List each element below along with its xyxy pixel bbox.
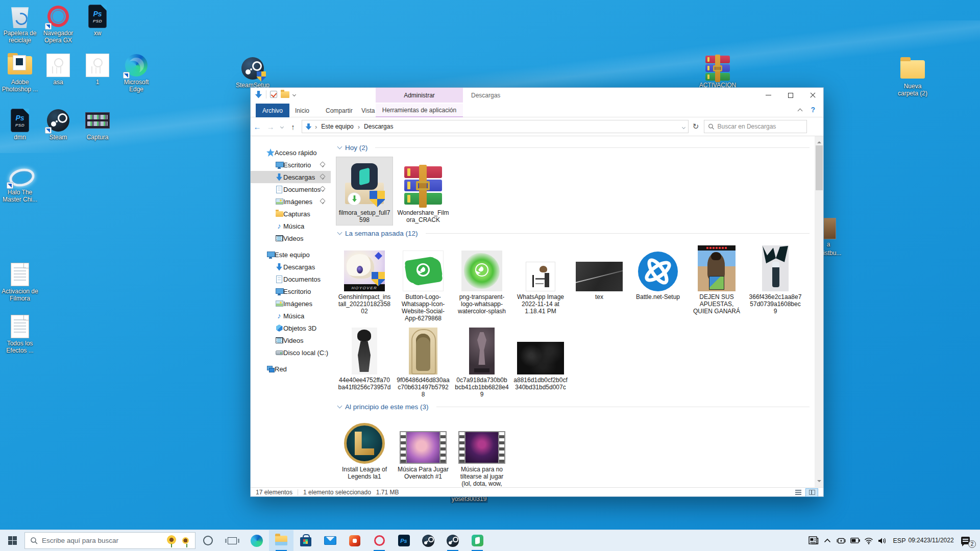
breadcrumb-this-pc[interactable]: Este equipo — [320, 122, 354, 131]
tray-expand-button[interactable] — [821, 530, 834, 551]
scroll-down-icon[interactable] — [817, 480, 821, 484]
properties-icon[interactable] — [270, 91, 277, 98]
scrollbar-thumb[interactable] — [816, 145, 823, 190]
desktop-icon-microsoft-edge[interactable]: Microsoft Edge — [116, 53, 156, 93]
group-header-principio-mes[interactable]: Al principio de este mes (3) — [338, 402, 810, 412]
sidebar-item-pc-documentos[interactable]: Documentos — [251, 273, 331, 285]
tray-display-button[interactable] — [835, 530, 847, 551]
taskbar-explorer[interactable] — [269, 530, 293, 551]
tray-wifi-button[interactable] — [863, 530, 875, 551]
maximize-button[interactable] — [779, 88, 801, 103]
sidebar-item-musica[interactable]: ♪Música — [251, 220, 331, 232]
address-bar[interactable]: › Este equipo › Descargas — [302, 120, 689, 133]
sidebar-item-pc-escritorio[interactable]: Escritorio — [251, 285, 331, 297]
file-item-musica-overwatch[interactable]: Música Para Jugar Overwatch #1 — [395, 421, 452, 482]
sidebar-network[interactable]: Red — [251, 363, 331, 375]
desktop-icon-todos-los-efectos[interactable]: Todos los Efectos ... — [0, 314, 40, 355]
taskbar-mail[interactable] — [318, 530, 342, 551]
group-header-semana-pasada[interactable]: La semana pasada (12) — [338, 228, 810, 238]
tray-clock[interactable]: 09:24 23/11/2022 — [910, 530, 952, 551]
minimize-button[interactable] — [757, 88, 779, 103]
title-bar[interactable]: Administrar Descargas — [251, 88, 823, 103]
file-item-366f436e[interactable]: 366f436e2c1aa8e757d0739a1608bec9 — [747, 241, 804, 317]
file-item-whatsapp-image[interactable]: WhatsApp Image 2022-11-14 at 1.18.41 PM — [512, 241, 569, 317]
file-item-lol-installer[interactable]: Install League of Legends la1 — [336, 421, 393, 482]
taskbar-edge[interactable] — [244, 530, 269, 551]
desktop-icon-activacion-filmora[interactable]: Activacion de Filmora — [0, 262, 40, 303]
desktop-icon-steamsetup[interactable]: SteamSetup — [233, 56, 273, 89]
file-item-filmora-setup[interactable]: filmora_setup_full7598 — [336, 157, 393, 226]
sidebar-this-pc[interactable]: Este equipo — [251, 248, 331, 261]
ribbon-collapse-icon[interactable] — [798, 107, 802, 114]
file-item-genshin-install[interactable]: HOYOVER GenshinImpact_install_2022101823… — [336, 241, 393, 317]
close-button[interactable] — [801, 88, 823, 103]
new-folder-icon[interactable] — [281, 91, 289, 98]
desktop-icon-1[interactable]: 1 — [78, 53, 117, 86]
customize-toolbar-icon[interactable] — [292, 92, 296, 96]
taskbar-opera-gx[interactable] — [367, 530, 391, 551]
desktop-icon-captura[interactable]: Captura — [78, 108, 117, 141]
taskbar-filmora[interactable] — [465, 530, 489, 551]
recent-locations-icon[interactable] — [277, 126, 286, 128]
scrollbar[interactable] — [815, 136, 823, 487]
desktop-icon-nueva-carpeta[interactable]: Nueva carpeta (2) — [893, 57, 933, 97]
sidebar-item-pc-objetos3d[interactable]: Objetos 3D — [251, 322, 331, 334]
sidebar-item-escritorio[interactable]: Escritorio — [251, 159, 331, 171]
file-item-dejen-apuestas[interactable]: DEJEN SUS APUESTAS, QUIEN GANARÁ — [688, 241, 745, 317]
desktop-icon-xw[interactable]: PsPSD xw — [78, 4, 117, 37]
sidebar-item-documentos[interactable]: Documentos — [251, 183, 331, 195]
desktop-icon-steam[interactable]: Steam — [38, 108, 78, 141]
sidebar-item-videos[interactable]: Videos — [251, 232, 331, 244]
taskbar-steam[interactable] — [416, 530, 440, 551]
desktop-icon-halo[interactable]: Halo The Master Chi... — [0, 163, 40, 204]
file-item-9f06486d[interactable]: 9f06486d46d830aac70b631497b57928 — [395, 324, 452, 400]
file-item-tex[interactable]: tex — [571, 241, 628, 303]
tab-compartir[interactable]: Compartir — [319, 104, 359, 117]
explorer-search-input[interactable] — [718, 123, 803, 130]
file-item-wondershare-crack[interactable]: Wondershare_Filmora_CRACK — [395, 157, 452, 226]
desktop-icon-activacion-rar[interactable]: ACTIVACION — [698, 56, 738, 89]
tray-volume-button[interactable] — [876, 530, 889, 551]
file-item-musica-no-tilt[interactable]: Música para no tiltearse al jugar (lol, … — [453, 421, 510, 489]
desktop-icon-recycle-bin[interactable]: Papelera de reciclaje — [0, 4, 40, 44]
taskbar-search[interactable] — [24, 532, 195, 549]
start-button[interactable] — [0, 530, 24, 551]
sidebar-item-capturas[interactable]: Capturas — [251, 208, 331, 220]
tab-archivo[interactable]: Archivo — [256, 104, 289, 117]
desktop-icon-yosef[interactable]: yosef300319 — [441, 496, 497, 503]
refresh-icon[interactable]: ↻ — [689, 122, 703, 131]
desktop-icon-dmn[interactable]: PsPSD dmn — [0, 108, 40, 141]
taskbar-steam-running[interactable] — [440, 530, 465, 551]
address-dropdown-icon[interactable] — [682, 123, 685, 130]
breadcrumb-current[interactable]: Descargas — [363, 122, 394, 131]
taskbar-store[interactable] — [293, 530, 318, 551]
taskbar-office[interactable] — [342, 530, 367, 551]
scroll-up-icon[interactable] — [817, 139, 821, 143]
sidebar-item-imagenes[interactable]: Imágenes — [251, 195, 331, 208]
file-item-whatsapp-watercolor[interactable]: png-transparent-logo-whatsapp-watercolor… — [453, 241, 510, 317]
tray-battery-button[interactable] — [849, 530, 861, 551]
desktop-icon-adobe-photoshop-folder[interactable]: Adobe Photoshop ... — [0, 53, 40, 93]
sidebar-item-pc-musica[interactable]: ♪Música — [251, 310, 331, 322]
sidebar-item-pc-videos[interactable]: Videos — [251, 334, 331, 346]
thumbnails-view-button[interactable] — [805, 488, 818, 497]
ribbon-context-tab[interactable]: Administrar — [376, 88, 463, 103]
taskbar-photoshop[interactable]: Ps — [391, 530, 416, 551]
file-item-44e40ee4[interactable]: 44e40ee4752ffa70ba41f8256c73957d — [336, 324, 393, 393]
group-header-hoy[interactable]: Hoy (2) — [338, 142, 810, 153]
desktop-icon-asa[interactable]: asa — [38, 53, 78, 86]
tray-language[interactable]: ESP — [890, 530, 909, 551]
details-view-button[interactable] — [792, 488, 804, 497]
back-button[interactable]: ← — [251, 122, 264, 131]
file-item-battlenet-setup[interactable]: Battle.net-Setup — [629, 241, 687, 303]
task-view-button[interactable] — [220, 530, 244, 551]
file-item-a8816d1d[interactable]: a8816d1db0cf2b0cf340bd31bd5d007c — [512, 324, 569, 393]
sidebar-item-descargas[interactable]: Descargas — [251, 171, 331, 183]
up-button[interactable]: ↑ — [286, 122, 300, 131]
sidebar-item-pc-imagenes[interactable]: Imágenes — [251, 297, 331, 310]
tab-herramientas-aplicacion[interactable]: Herramientas de aplicación — [376, 104, 463, 117]
sidebar-item-disco-local[interactable]: Disco local (C:) — [251, 346, 331, 359]
notification-center-button[interactable]: 2 — [953, 530, 977, 551]
file-item-0c7a918d[interactable]: 0c7a918da730b0bbcb41cb1bb6828e49 — [453, 324, 510, 400]
file-item-whatsapp-button-logo[interactable]: Button-Logo-Whatsapp-Icon-Website-Social… — [395, 241, 452, 324]
